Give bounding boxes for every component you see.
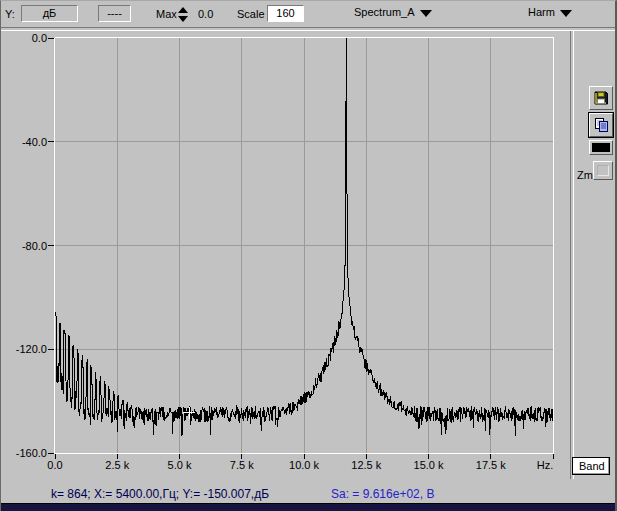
x-axis-tick-label: 7.5 k — [219, 459, 265, 471]
cursor-readout: k= 864; X:= 5400.00,Гц; Y:= -150.007,дБ — [51, 487, 269, 501]
x-axis-tick-label: Hz. — [522, 459, 568, 471]
chevron-down-icon — [560, 10, 572, 17]
spinner-up-icon[interactable] — [178, 7, 188, 13]
marker-value: ---- — [107, 7, 122, 19]
copy-icon — [593, 117, 609, 133]
marker-box[interactable]: ---- — [98, 5, 131, 22]
y-axis-tick-label: -40.0 — [3, 136, 47, 148]
max-spinner[interactable] — [178, 7, 188, 22]
y-axis-tick-label: -80.0 — [3, 240, 47, 252]
save-button[interactable] — [589, 86, 613, 110]
y-axis-tick — [48, 38, 54, 39]
x-axis-tick-label: 0.0 — [32, 459, 78, 471]
y-axis-tick-label: 0.0 — [3, 32, 47, 44]
band-button[interactable]: Band — [572, 457, 610, 475]
y-unit-value: дБ — [43, 7, 57, 19]
spinner-down-icon[interactable] — [178, 16, 188, 22]
sa-readout: Sa: = 9.616e+02, В — [331, 487, 434, 501]
zoom-label: Zm — [577, 169, 593, 181]
x-axis-tick-label: 15.0 k — [406, 459, 452, 471]
toolbar: Y: дБ ---- Max 0.0 Scale 160 Spectrum_A … — [1, 1, 615, 27]
copy-button[interactable] — [589, 113, 613, 137]
max-value: 0.0 — [198, 8, 213, 20]
signal-selector-label: Spectrum_A — [354, 6, 415, 18]
plot-region: 0.02.5 k5.0 k7.5 k10.0 k12.5 k15.0 k17.5… — [1, 29, 571, 479]
x-axis-tick-label: 17.5 k — [468, 459, 514, 471]
spectrum-plot[interactable] — [54, 37, 554, 454]
save-icon — [593, 90, 609, 106]
trace-color-swatch-button[interactable] — [589, 140, 613, 155]
band-button-label: Band — [579, 460, 605, 472]
y-axis-tick-label: -160.0 — [3, 447, 47, 459]
spectrum-analyzer-window: Y: дБ ---- Max 0.0 Scale 160 Spectrum_A … — [0, 0, 617, 511]
x-axis-tick-label: 12.5 k — [343, 459, 389, 471]
trace-color-swatch — [592, 143, 610, 152]
y-axis-tick — [48, 453, 54, 454]
chevron-down-icon — [420, 10, 432, 17]
y-axis-tick — [48, 141, 54, 142]
window-bottom-edge — [1, 503, 615, 511]
y-axis-tick — [48, 349, 54, 350]
scale-value: 160 — [276, 7, 294, 19]
y-unit-box[interactable]: дБ — [21, 5, 78, 22]
y-axis-tick-label: -120.0 — [3, 343, 47, 355]
harm-selector-label: Harm — [528, 6, 555, 18]
x-axis-tick-label: 5.0 k — [157, 459, 203, 471]
zoom-button-face — [597, 165, 609, 176]
scale-label: Scale — [237, 8, 265, 20]
max-label: Max — [156, 8, 177, 20]
status-bar: k= 864; X:= 5400.00,Гц; Y:= -150.007,дБ … — [1, 485, 615, 503]
harm-selector-dropdown[interactable]: Harm — [528, 6, 572, 18]
y-axis-label: Y: — [5, 8, 15, 20]
y-axis-tick — [48, 245, 54, 246]
zoom-button[interactable] — [593, 161, 613, 180]
scale-input[interactable]: 160 — [267, 5, 304, 22]
side-panel-divider — [570, 31, 574, 479]
x-axis-tick-label: 2.5 k — [94, 459, 140, 471]
signal-selector-dropdown[interactable]: Spectrum_A — [354, 6, 432, 18]
x-axis-tick-label: 10.0 k — [281, 459, 327, 471]
